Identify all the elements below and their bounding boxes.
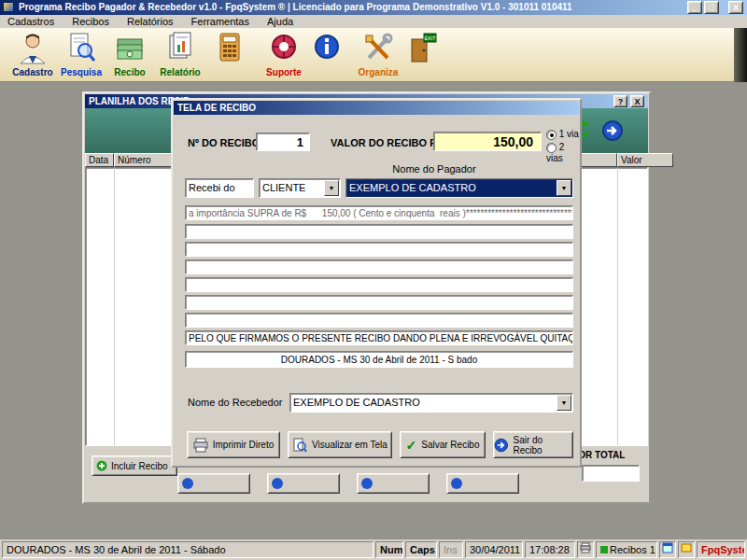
- chevron-down-icon[interactable]: ▼: [557, 395, 571, 411]
- toolbar-cadastro-label: Cadastro: [9, 67, 56, 77]
- menu-ferramentas[interactable]: Ferramentas: [184, 15, 257, 29]
- receipt-line[interactable]: [185, 259, 573, 274]
- planilha-nav-button[interactable]: [357, 473, 430, 494]
- status-ins: Ins: [439, 541, 463, 558]
- numero-recibo-field[interactable]: 1: [256, 133, 310, 151]
- via-radio-group: 1 via 2 vias: [546, 129, 580, 163]
- toolbar-pesquisa-button[interactable]: Pesquisa: [58, 31, 105, 79]
- visualizar-em-tela-label: Visualizar em Tela: [312, 440, 388, 450]
- numero-recibo-label: Nº DO RECIBO: [188, 137, 260, 148]
- planilha-close-button[interactable]: X: [630, 95, 644, 107]
- radio-1-via-label: 1 via: [559, 129, 579, 139]
- planilha-nav-button[interactable]: [267, 473, 340, 494]
- chevron-down-icon[interactable]: ▼: [324, 180, 339, 196]
- grid-line: [617, 168, 618, 445]
- grid-header-data[interactable]: Data: [85, 153, 114, 167]
- nome-recebedor-value: EXEMPLO DE CADASTRO: [293, 397, 420, 408]
- dialog-title: TELA DE RECIBO: [177, 103, 256, 113]
- status-time: 17:08:28: [525, 541, 575, 558]
- support-icon: [268, 31, 300, 64]
- titlebar[interactable]: Programa Recibo Pagador & Recebedor v1.0…: [0, 0, 747, 15]
- receipt-line[interactable]: [185, 313, 573, 328]
- maximize-button[interactable]: □: [704, 1, 719, 14]
- nome-recebedor-combo[interactable]: EXEMPLO DE CADASTRO ▼: [289, 393, 573, 413]
- chevron-down-icon[interactable]: ▼: [557, 180, 571, 196]
- search-icon: [65, 31, 97, 64]
- planilha-nav-button[interactable]: [177, 473, 250, 494]
- toolbar: Cadastro Pesquisa Recibo: [0, 28, 747, 82]
- toolbar-info-button[interactable]: [310, 31, 344, 79]
- toolbar-recibo-label: Recibo: [106, 67, 153, 77]
- nome-pagador-label: Nome do Pagador: [341, 163, 528, 175]
- toolbar-suporte-label: Suporte: [261, 67, 306, 77]
- status-caps: Caps: [405, 541, 437, 558]
- tipo-pagador-value: CLIENTE: [262, 182, 305, 193]
- importancia-line[interactable]: a importância SUPRA de R$ 150,00 ( Cento…: [185, 205, 573, 220]
- sair-do-recibo-label: Sair do Recibo: [513, 435, 572, 455]
- info-icon: [311, 31, 343, 64]
- receipt-line[interactable]: [185, 277, 573, 292]
- quitacao-line[interactable]: PELO QUE FIRMAMOS O PRESENTE RECIBO DAND…: [185, 330, 573, 345]
- check-icon: ✓: [406, 438, 417, 453]
- toolbar-relatorio-label: Relatório: [155, 67, 205, 77]
- nav-icon: [271, 477, 284, 490]
- status-tool-icon: [678, 541, 695, 558]
- nome-pagador-combo[interactable]: EXEMPLO DE CADASTRO ▼: [345, 178, 573, 198]
- mdi-area: PLANILHA DOS RECIB ? X: [0, 82, 747, 539]
- calculator-icon: [214, 31, 246, 64]
- toolbar-recibo-button[interactable]: Recibo: [106, 31, 153, 79]
- receipt-icon: [114, 31, 146, 64]
- visualizar-em-tela-button[interactable]: Visualizar em Tela: [288, 431, 392, 458]
- minimize-button[interactable]: _: [687, 1, 702, 14]
- planilha-nav-button[interactable]: [446, 473, 519, 494]
- toolbar-cadastro-button[interactable]: Cadastro: [9, 31, 56, 79]
- radio-2-vias[interactable]: 2 vias: [546, 142, 580, 163]
- grid-header-valor[interactable]: Valor: [617, 153, 673, 167]
- toolbar-pesquisa-label: Pesquisa: [58, 67, 105, 77]
- receipt-line[interactable]: [185, 295, 573, 310]
- radio-2-vias-circle[interactable]: [546, 143, 557, 153]
- valor-recibo-field[interactable]: 150,00: [433, 132, 542, 151]
- recibo-dialog: TELA DE RECIBO Nº DO RECIBO 1 VALOR DO R…: [171, 98, 582, 468]
- dialog-titlebar[interactable]: TELA DE RECIBO: [174, 101, 579, 115]
- toolbar-suporte-button[interactable]: Suporte: [261, 31, 306, 79]
- toolbar-organiza-button[interactable]: Organiza: [355, 31, 402, 79]
- toolbar-exit-button[interactable]: EXIT: [403, 31, 441, 79]
- imprimir-direto-button[interactable]: Imprimir Direto: [187, 431, 280, 458]
- status-app-icon: [600, 546, 608, 553]
- status-num: Num: [375, 541, 403, 558]
- status-window-icon: [659, 541, 676, 558]
- menubar: Cadastros Recibos Relatórios Ferramentas…: [0, 15, 747, 28]
- window-title: Programa Recibo Pagador & Recebedor v1.0…: [19, 0, 572, 15]
- salvar-recibo-button[interactable]: ✓ Salvar Recibo: [400, 431, 486, 458]
- menu-cadastros[interactable]: Cadastros: [0, 15, 62, 29]
- status-app-label: Recibos 1.0: [610, 544, 657, 555]
- nav-icon: [181, 477, 194, 490]
- toolbar-relatorio-button[interactable]: Relatório: [155, 31, 205, 79]
- menu-recibos[interactable]: Recibos: [64, 15, 117, 29]
- receipt-line[interactable]: [185, 242, 573, 257]
- planilha-help-button[interactable]: ?: [613, 95, 627, 107]
- valor-total-field: [582, 465, 640, 482]
- toolbar-calculator-button[interactable]: [211, 31, 248, 79]
- statusbar: DOURADOS - MS 30 de Abril de 2011 - Sába…: [0, 539, 747, 560]
- recebi-do-field[interactable]: Recebi do: [185, 178, 254, 198]
- status-location: DOURADOS - MS 30 de Abril de 2011 - Sába…: [2, 541, 374, 558]
- menu-ajuda[interactable]: Ajuda: [260, 15, 301, 29]
- close-button[interactable]: X: [728, 1, 743, 14]
- exit-door-icon: EXIT: [406, 31, 438, 64]
- imprimir-direto-label: Imprimir Direto: [213, 440, 275, 450]
- tipo-pagador-combo[interactable]: CLIENTE ▼: [259, 178, 341, 198]
- app-icon: [3, 2, 14, 12]
- exit-arrow-icon[interactable]: [601, 119, 624, 144]
- person-icon: [17, 31, 49, 64]
- radio-1-via[interactable]: 1 via: [546, 129, 580, 140]
- salvar-recibo-label: Salvar Recibo: [421, 440, 479, 450]
- incluir-icon: [96, 460, 107, 471]
- radio-1-via-circle[interactable]: [546, 130, 557, 140]
- menu-relatorios[interactable]: Relatórios: [120, 15, 181, 29]
- receipt-line[interactable]: [185, 224, 573, 239]
- incluir-recibo-button[interactable]: Incluir Recibo: [92, 455, 177, 476]
- svg-text:EXIT: EXIT: [424, 35, 436, 41]
- sair-do-recibo-button[interactable]: Sair do Recibo: [493, 431, 573, 458]
